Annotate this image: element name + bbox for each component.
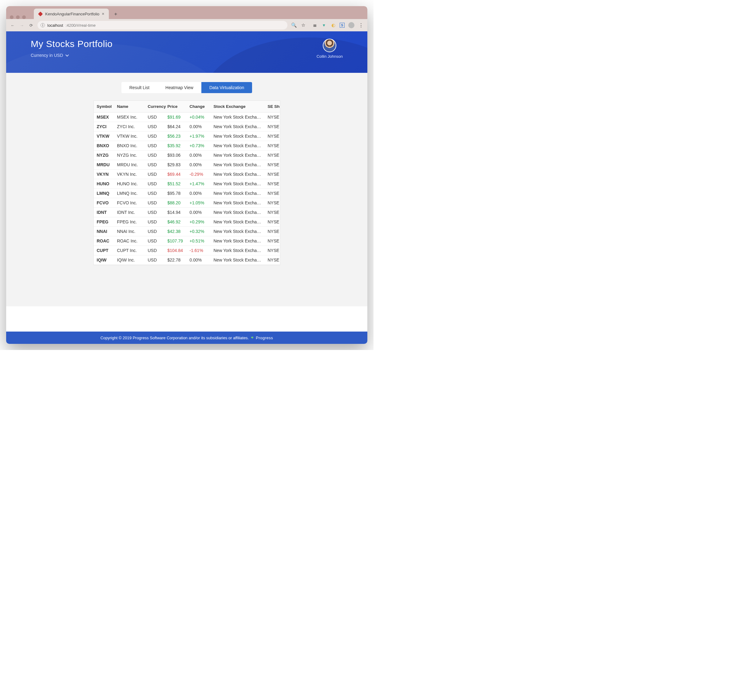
cell-symbol: VKYN (94, 170, 114, 179)
cell-exchange: New York Stock Exchange (210, 246, 265, 255)
cell-price: $56.23 (165, 131, 187, 141)
footer: Copyright © 2019 Progress Software Corpo… (6, 332, 367, 344)
col-header[interactable]: Price (165, 101, 187, 112)
table-row[interactable]: MRDUMRDU Inc.USD$29.830.00%New York Stoc… (94, 160, 280, 170)
cell-exchange: New York Stock Exchange (210, 208, 265, 217)
table-row[interactable]: NYZGNYZG Inc.USD$93.060.00%New York Stoc… (94, 151, 280, 160)
stocks-grid[interactable]: SymbolNameCurrencyPriceChangeStock Excha… (94, 101, 280, 265)
cell-currency: USD (145, 141, 165, 151)
cell-name: HUNO Inc. (114, 179, 145, 189)
cell-currency: USD (145, 151, 165, 160)
window-controls[interactable] (10, 15, 26, 19)
extension-vue-icon[interactable]: ▾ (321, 23, 327, 28)
back-button[interactable]: ← (10, 23, 15, 28)
maximize-window-icon[interactable] (22, 15, 26, 19)
new-tab-button[interactable]: + (114, 11, 118, 17)
close-window-icon[interactable] (10, 15, 14, 19)
cell-symbol: HUNO (94, 179, 114, 189)
col-header[interactable]: Name (114, 101, 145, 112)
cell-exchange: New York Stock Exchange (210, 151, 265, 160)
cell-change: 0.00% (187, 189, 210, 198)
cell-se: NYSE (265, 246, 280, 255)
table-row[interactable]: ZYCIZYCI Inc.USD$64.240.00%New York Stoc… (94, 122, 280, 131)
cell-currency: USD (145, 217, 165, 227)
star-icon[interactable]: ☆ (300, 23, 306, 28)
col-header[interactable]: Symbol (94, 101, 114, 112)
table-row[interactable]: MSEXMSEX Inc.USD$91.69+0.04%New York Sto… (94, 112, 280, 122)
cell-price: $22.78 (165, 255, 187, 265)
cell-exchange: New York Stock Exchange (210, 112, 265, 122)
cell-exchange: New York Stock Exchange (210, 189, 265, 198)
browser-tab[interactable]: KendoAngularFinancePortfolio × (34, 9, 109, 19)
col-header[interactable]: Change (187, 101, 210, 112)
table-row[interactable]: IDNTIDNT Inc.USD$14.940.00%New York Stoc… (94, 208, 280, 217)
minimize-window-icon[interactable] (16, 15, 20, 19)
browser-chrome: KendoAngularFinancePortfolio × + ← → ⟳ i… (6, 6, 367, 31)
app-body: Result ListHeatmap ViewData Virtualizati… (6, 73, 367, 306)
cell-symbol: ROAC (94, 236, 114, 246)
cell-name: BNXO Inc. (114, 141, 145, 151)
cell-se: NYSE (265, 255, 280, 265)
cell-symbol: BNXO (94, 141, 114, 151)
table-row[interactable]: HUNOHUNO Inc.USD$51.52+1.47%New York Sto… (94, 179, 280, 189)
cell-exchange: New York Stock Exchange (210, 131, 265, 141)
cell-currency: USD (145, 208, 165, 217)
table-row[interactable]: VTKWVTKW Inc.USD$56.23+1.97%New York Sto… (94, 131, 280, 141)
col-header[interactable]: Stock Exchange (210, 101, 265, 112)
cell-name: IQIW Inc. (114, 255, 145, 265)
cell-symbol: IDNT (94, 208, 114, 217)
forward-button[interactable]: → (19, 23, 24, 28)
currency-selector[interactable]: Currency in USD (31, 53, 343, 58)
table-row[interactable]: LMNQLMNQ Inc.USD$95.780.00%New York Stoc… (94, 189, 280, 198)
cell-name: MRDU Inc. (114, 160, 145, 170)
cell-symbol: CUPT (94, 246, 114, 255)
app-header: My Stocks Portfolio Currency in USD Coll… (6, 31, 367, 73)
zoom-icon[interactable]: 🔍 (291, 23, 296, 28)
tab-result-list[interactable]: Result List (121, 82, 157, 93)
cell-currency: USD (145, 189, 165, 198)
cell-se: NYSE (265, 131, 280, 141)
cell-currency: USD (145, 122, 165, 131)
tab-data-virtualization[interactable]: Data Virtualization (201, 82, 252, 93)
cell-currency: USD (145, 131, 165, 141)
table-row[interactable]: VKYNVKYN Inc.USD$69.44-0.29%New York Sto… (94, 170, 280, 179)
cell-symbol: VTKW (94, 131, 114, 141)
cell-name: VTKW Inc. (114, 131, 145, 141)
info-icon[interactable]: i (41, 23, 45, 27)
cell-change: 0.00% (187, 255, 210, 265)
cell-se: NYSE (265, 141, 280, 151)
table-row[interactable]: FCVOFCVO Inc.USD$88.20+1.05%New York Sto… (94, 198, 280, 208)
table-row[interactable]: BNXOBNXO Inc.USD$35.92+0.73%New York Sto… (94, 141, 280, 151)
cell-symbol: ZYCI (94, 122, 114, 131)
table-row[interactable]: ROACROAC Inc.USD$107.79+0.51%New York St… (94, 236, 280, 246)
cell-se: NYSE (265, 236, 280, 246)
cell-change: 0.00% (187, 160, 210, 170)
close-tab-icon[interactable]: × (102, 11, 104, 16)
extension-moon-icon[interactable]: ◐ (330, 23, 336, 28)
col-header[interactable]: SE Sh (265, 101, 280, 112)
profile-avatar-icon[interactable] (348, 22, 354, 28)
table-row[interactable]: NNAINNAI Inc.USD$42.38+0.32%New York Sto… (94, 227, 280, 236)
cell-currency: USD (145, 170, 165, 179)
cell-symbol: NNAI (94, 227, 114, 236)
menu-icon[interactable]: ⋮ (358, 23, 364, 28)
col-header[interactable]: Currency (145, 101, 165, 112)
extension-s-icon[interactable]: S (340, 23, 345, 28)
address-bar[interactable]: i localhost:4200/#/real-time (38, 21, 287, 30)
table-row[interactable]: FPEGFPEG Inc.USD$46.92+0.29%New York Sto… (94, 217, 280, 227)
page-title: My Stocks Portfolio (31, 39, 343, 49)
reload-button[interactable]: ⟳ (28, 23, 34, 28)
cell-exchange: New York Stock Exchange (210, 217, 265, 227)
cell-se: NYSE (265, 112, 280, 122)
cell-currency: USD (145, 255, 165, 265)
progress-logo-icon: ༄ (251, 336, 253, 340)
table-row[interactable]: CUPTCUPT Inc.USD$104.84-1.61%New York St… (94, 246, 280, 255)
extension-buffer-icon[interactable]: ≣ (312, 23, 318, 28)
user-badge[interactable]: Collin Johnson (317, 39, 343, 59)
cell-se: NYSE (265, 198, 280, 208)
tab-heatmap-view[interactable]: Heatmap View (157, 82, 201, 93)
cell-name: MSEX Inc. (114, 112, 145, 122)
cell-name: FPEG Inc. (114, 217, 145, 227)
cell-change: +1.47% (187, 179, 210, 189)
table-row[interactable]: IQIWIQIW Inc.USD$22.780.00%New York Stoc… (94, 255, 280, 265)
